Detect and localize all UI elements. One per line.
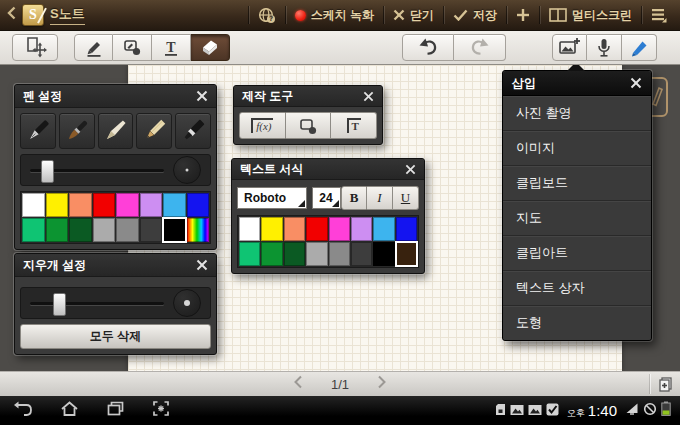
eraser-size-slider-thumb[interactable] <box>53 293 66 316</box>
insert-menu-item[interactable]: 클립보드 <box>503 166 651 201</box>
sketch-record-button[interactable]: 스케치 녹화 <box>286 0 383 30</box>
color-swatch[interactable] <box>351 242 372 266</box>
color-swatch[interactable] <box>373 217 394 241</box>
system-recents-button[interactable] <box>105 400 126 421</box>
redo-button[interactable] <box>454 34 506 61</box>
system-back-button[interactable] <box>13 400 34 421</box>
pen-type-marker[interactable] <box>175 113 211 149</box>
color-swatch[interactable] <box>187 218 210 242</box>
pen-size-slider[interactable] <box>30 169 164 172</box>
pencil-icon <box>140 117 168 145</box>
color-swatch[interactable] <box>284 217 305 241</box>
add-page-button[interactable] <box>507 0 539 30</box>
bold-button[interactable]: B <box>341 186 367 210</box>
save-label: 저장 <box>473 7 497 24</box>
text-panel-close-button[interactable] <box>405 164 416 175</box>
color-swatch[interactable] <box>22 218 45 242</box>
color-swatch[interactable] <box>261 242 282 266</box>
undo-button[interactable] <box>402 34 454 61</box>
color-swatch[interactable] <box>69 193 92 217</box>
pen-type-brush[interactable] <box>59 113 95 149</box>
multiscreen-button[interactable]: 멀티스크린 <box>540 0 641 30</box>
formula-tool-button[interactable]: f(x) <box>239 112 286 139</box>
blue-pen-icon <box>629 37 650 58</box>
insert-button[interactable] <box>552 34 587 61</box>
clear-all-button[interactable]: 모두 삭제 <box>20 324 211 349</box>
color-swatch[interactable] <box>140 193 163 217</box>
tools-panel-close-button[interactable] <box>363 91 374 102</box>
color-swatch[interactable] <box>140 218 163 242</box>
multiscreen-label: 멀티스크린 <box>572 7 632 24</box>
pen-type-fountain[interactable] <box>20 113 56 149</box>
close-button[interactable]: 닫기 <box>384 0 443 30</box>
back-icon[interactable] <box>7 6 16 24</box>
home-icon <box>59 400 80 417</box>
color-swatch[interactable] <box>351 217 372 241</box>
eraser-size-slider[interactable] <box>30 302 164 305</box>
font-family-select[interactable]: Roboto <box>237 187 307 209</box>
color-swatch[interactable] <box>284 242 305 266</box>
pen-tool-button[interactable] <box>74 34 113 61</box>
pen-mode-button[interactable] <box>622 34 657 61</box>
color-swatch[interactable] <box>396 217 417 241</box>
color-swatch[interactable] <box>306 242 327 266</box>
select-object-icon <box>122 37 142 57</box>
insert-menu-item[interactable]: 이미지 <box>503 131 651 166</box>
color-swatch[interactable] <box>163 218 186 242</box>
color-swatch[interactable] <box>373 242 394 266</box>
text-tool-button[interactable]: T <box>152 34 191 61</box>
font-size-select[interactable]: 24 <box>312 187 341 209</box>
color-swatch[interactable] <box>69 218 92 242</box>
undo-icon <box>417 37 439 57</box>
color-swatch[interactable] <box>93 193 116 217</box>
color-swatch[interactable] <box>46 218 69 242</box>
pen-type-calligraphy[interactable] <box>98 113 134 149</box>
save-button[interactable]: 저장 <box>444 0 506 30</box>
insert-menu-item[interactable]: 텍스트 상자 <box>503 271 651 306</box>
eraser-panel-close-button[interactable] <box>196 259 208 271</box>
insert-menu-item[interactable]: 지도 <box>503 201 651 236</box>
page-move-icon <box>23 36 47 58</box>
top-action-bar: S S노트 ? 스케치 녹화 닫기 저장 <box>0 0 680 31</box>
color-swatch[interactable] <box>46 193 69 217</box>
color-swatch[interactable] <box>163 193 186 217</box>
page-move-button[interactable] <box>12 34 58 61</box>
italic-button[interactable]: I <box>367 186 393 210</box>
color-swatch[interactable] <box>239 217 260 241</box>
system-capture-button[interactable] <box>151 400 171 421</box>
textbox-tool-button[interactable]: T <box>331 112 377 139</box>
insert-menu-item[interactable]: 클립아트 <box>503 236 651 271</box>
back-arrow-icon <box>13 400 34 417</box>
add-note-page-button[interactable] <box>656 375 675 393</box>
color-swatch[interactable] <box>116 193 139 217</box>
color-swatch[interactable] <box>116 218 139 242</box>
brush-icon <box>63 117 91 145</box>
color-swatch[interactable] <box>22 193 45 217</box>
underline-button[interactable]: U <box>393 186 419 210</box>
eraser-tool-button[interactable] <box>191 34 230 61</box>
color-swatch[interactable] <box>187 193 210 217</box>
insert-menu-item[interactable]: 사진 촬영 <box>503 96 651 131</box>
color-swatch[interactable] <box>261 217 282 241</box>
pen-color-palette <box>20 191 211 244</box>
color-swatch[interactable] <box>93 218 116 242</box>
color-swatch[interactable] <box>396 242 417 266</box>
select-object-button[interactable] <box>113 34 152 61</box>
redo-icon <box>469 37 491 57</box>
color-swatch[interactable] <box>329 242 350 266</box>
color-swatch[interactable] <box>306 217 327 241</box>
menu-button[interactable] <box>642 0 676 30</box>
pen-size-slider-thumb[interactable] <box>41 160 54 183</box>
image-tool-button[interactable] <box>286 112 332 139</box>
help-button[interactable]: ? <box>249 0 285 30</box>
pen-type-pencil[interactable] <box>136 113 172 149</box>
insert-menu-close-button[interactable] <box>630 77 642 89</box>
color-swatch[interactable] <box>329 217 350 241</box>
system-home-button[interactable] <box>59 400 80 421</box>
color-swatch[interactable] <box>239 242 260 266</box>
next-page-icon[interactable] <box>377 375 387 393</box>
prev-page-icon[interactable] <box>293 375 303 393</box>
insert-menu-item[interactable]: 도형 <box>503 306 651 340</box>
pen-panel-close-button[interactable] <box>196 90 208 102</box>
voice-memo-button[interactable] <box>587 34 622 61</box>
